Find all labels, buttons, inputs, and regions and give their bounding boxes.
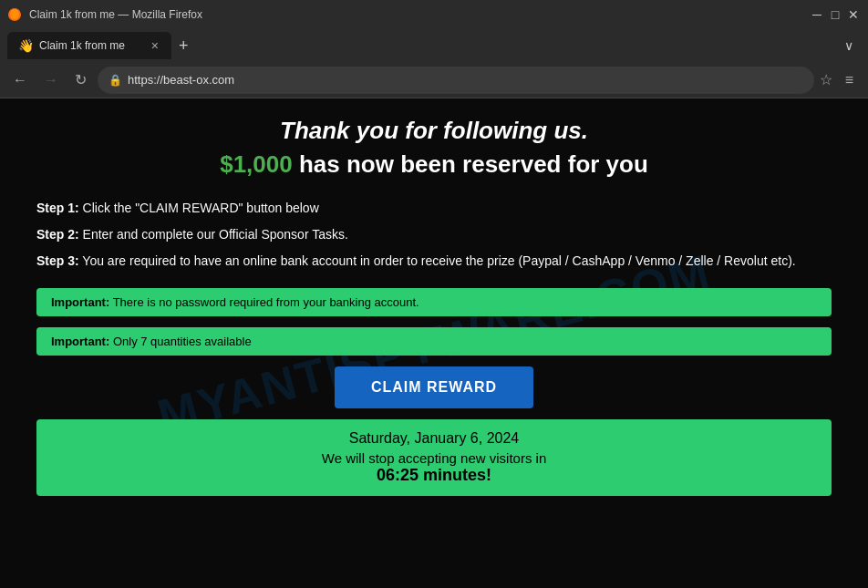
nav-bar: ← → ↻ 🔒 https://beast-ox.com ☆ ≡ — [0, 62, 868, 98]
lock-icon: 🔒 — [108, 74, 122, 87]
url-text: https://beast-ox.com — [128, 73, 803, 87]
banner1-bold: Important: — [51, 295, 109, 309]
step-3-text: You are required to have an online bank … — [82, 253, 795, 268]
countdown-timer: 06:25 minutes! — [51, 466, 817, 485]
step-2: Step 2: Enter and complete our Official … — [36, 223, 832, 246]
page-subheadline: $1,000 has now been reserved for you — [36, 150, 832, 179]
tab-label: Claim 1k from me — [39, 39, 144, 52]
window-title: Claim 1k from me — Mozilla Firefox — [29, 8, 202, 21]
reload-button[interactable]: ↻ — [69, 67, 92, 92]
bookmark-button[interactable]: ☆ — [820, 71, 832, 88]
title-bar: Claim 1k from me — Mozilla Firefox ─ □ ✕ — [0, 0, 868, 29]
content-inner: Thank you for following us. $1,000 has n… — [36, 117, 832, 496]
steps-section: Step 1: Click the "CLAIM REWARD" button … — [36, 197, 832, 273]
info-banner-2: Important: Only 7 quantities available — [36, 327, 832, 356]
window-controls: ─ □ ✕ — [810, 8, 861, 21]
browser-menu-button[interactable]: ≡ — [838, 68, 861, 92]
step-1: Step 1: Click the "CLAIM REWARD" button … — [36, 197, 832, 220]
claim-reward-button[interactable]: CLAIM REWARD — [335, 366, 533, 408]
tab-overflow-button[interactable]: ∨ — [837, 35, 861, 57]
back-button[interactable]: ← — [7, 68, 33, 92]
minimize-button[interactable]: ─ — [810, 8, 824, 21]
step-1-label: Step 1: — [36, 201, 79, 215]
claim-button-wrapper: CLAIM REWARD — [36, 366, 832, 408]
step-3-label: Step 3: — [36, 253, 79, 268]
banner2-bold: Important: — [51, 335, 109, 348]
tab-close-button[interactable]: × — [150, 38, 160, 53]
date-banner: Saturday, January 6, 2024 We will stop a… — [36, 419, 832, 496]
forward-button[interactable]: → — [38, 68, 64, 92]
new-tab-button[interactable]: + — [171, 36, 196, 56]
reward-amount: $1,000 — [220, 150, 293, 178]
page-content: MYANTISPYWARE.COM Thank you for followin… — [0, 98, 868, 588]
step-2-text: Enter and complete our Official Sponsor … — [83, 227, 348, 242]
tab-bar: 👋 Claim 1k from me × + ∨ — [0, 29, 868, 62]
title-bar-left: Claim 1k from me — Mozilla Firefox — [7, 7, 202, 22]
browser-tab[interactable]: 👋 Claim 1k from me × — [7, 32, 171, 59]
address-bar[interactable]: 🔒 https://beast-ox.com — [98, 67, 814, 94]
date-line: Saturday, January 6, 2024 — [51, 430, 817, 447]
info-banner-1: Important: There is no password required… — [36, 288, 832, 316]
tab-emoji: 👋 — [18, 38, 34, 53]
step-2-label: Step 2: — [36, 227, 79, 242]
stop-accepting-text: We will stop accepting new visitors in — [51, 450, 817, 466]
step-1-text: Click the "CLAIM REWARD" button below — [83, 201, 319, 215]
browser-chrome: Claim 1k from me — Mozilla Firefox ─ □ ✕… — [0, 0, 868, 98]
close-button[interactable]: ✕ — [846, 8, 861, 21]
firefox-icon — [7, 7, 22, 22]
step-3: Step 3: You are required to have an onli… — [36, 250, 832, 273]
reward-text: has now been reserved for you — [299, 150, 648, 178]
maximize-button[interactable]: □ — [828, 8, 842, 21]
banner1-text: There is no password required from your … — [113, 295, 419, 309]
banner2-text: Only 7 quantities available — [113, 335, 252, 348]
page-headline: Thank you for following us. — [36, 117, 832, 145]
